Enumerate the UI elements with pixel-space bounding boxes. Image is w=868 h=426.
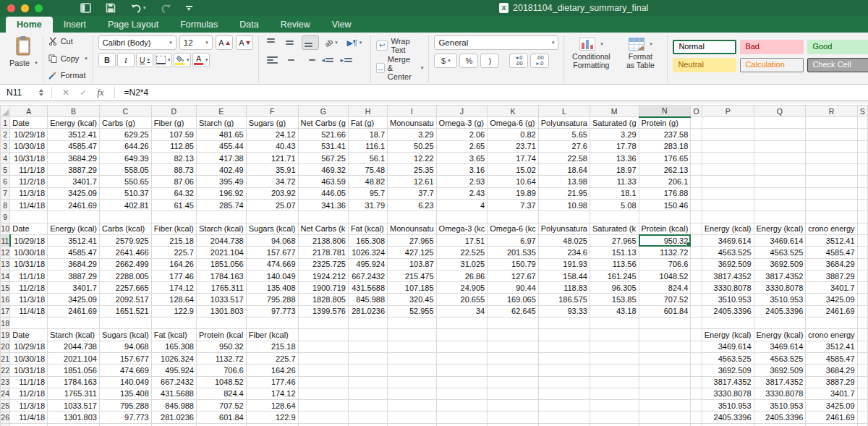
cell-B3[interactable]: 4585.47 <box>48 140 100 152</box>
cell-F8[interactable]: 25.07 <box>246 200 298 211</box>
cell-S9[interactable] <box>857 211 867 223</box>
cell-O2[interactable] <box>691 129 702 140</box>
cell-F10[interactable]: Sugars (kcal) <box>246 223 298 234</box>
cell-Q7[interactable] <box>754 187 806 199</box>
cell-J21[interactable] <box>436 352 488 364</box>
cell-O20[interactable] <box>691 341 702 352</box>
cell-N11[interactable]: 950.32 <box>639 234 691 246</box>
decrease-decimal-button[interactable]: .00▸.0 <box>530 54 549 68</box>
cell-E23[interactable]: 1048.52 <box>196 376 246 388</box>
cell-C26[interactable]: 97.773 <box>99 412 151 423</box>
row-header-16[interactable]: 16 <box>1 294 10 305</box>
cell-L18[interactable] <box>538 318 590 329</box>
cell-F1[interactable]: Sugars (g) <box>246 117 298 129</box>
column-header-L[interactable]: L <box>538 106 590 117</box>
cell-O14[interactable] <box>691 270 702 281</box>
cell-L6[interactable]: 13.98 <box>538 176 590 187</box>
row-header-24[interactable]: 24 <box>1 388 10 399</box>
cell-E5[interactable]: 402.49 <box>196 164 246 176</box>
cell-H14[interactable]: 667.2432 <box>348 270 387 281</box>
cell-E24[interactable]: 824.4 <box>196 388 246 399</box>
cell-style-good[interactable]: Good <box>807 40 868 54</box>
cell-P15[interactable]: 3330.8078 <box>702 282 754 294</box>
cell-L14[interactable]: 158.44 <box>538 270 590 281</box>
cell-E19[interactable]: Protein (kcal <box>196 329 246 341</box>
cell-S18[interactable] <box>857 318 867 329</box>
comma-format-button[interactable]: ) <box>480 54 499 68</box>
paste-clipboard-icon[interactable] <box>14 35 32 59</box>
cell-M21[interactable] <box>590 352 639 364</box>
cell-B5[interactable]: 3887.29 <box>48 164 100 176</box>
cell-B14[interactable]: 3887.29 <box>48 270 100 281</box>
cell-N6[interactable]: 206.1 <box>639 176 691 187</box>
cell-P8[interactable] <box>702 200 754 211</box>
cell-J9[interactable] <box>436 211 488 223</box>
cell-S6[interactable] <box>857 176 867 187</box>
cell-J11[interactable]: 17.51 <box>436 234 488 246</box>
format-painter-button[interactable]: Format <box>48 71 88 80</box>
cell-A1[interactable]: Date <box>10 117 48 129</box>
cell-S27[interactable] <box>857 423 867 426</box>
cell-A19[interactable]: Date <box>10 329 48 341</box>
cell-Q20[interactable]: 3469.614 <box>754 341 806 352</box>
cell-Q15[interactable]: 3330.8078 <box>754 282 806 294</box>
cell-E14[interactable]: 1784.163 <box>196 270 246 281</box>
cell-D26[interactable]: 281.0236 <box>151 412 196 423</box>
cell-F7[interactable]: 203.92 <box>246 187 298 199</box>
cell-A17[interactable]: 11/4/18 <box>10 305 48 317</box>
cell-P7[interactable] <box>702 187 754 199</box>
cell-Q27[interactable] <box>754 423 806 426</box>
cell-I11[interactable]: 27.965 <box>388 234 437 246</box>
cell-G20[interactable] <box>298 341 348 352</box>
cell-L3[interactable]: 27.6 <box>538 140 590 152</box>
cell-L8[interactable]: 10.98 <box>538 200 590 211</box>
cell-J23[interactable] <box>436 376 488 388</box>
cell-O26[interactable] <box>691 412 702 423</box>
row-header-3[interactable]: 3 <box>1 140 10 152</box>
cell-M1[interactable]: Saturated (g <box>590 117 639 129</box>
row-header-23[interactable]: 23 <box>1 376 10 388</box>
font-family-dropdown[interactable]: Calibri (Body)▾ <box>98 35 176 50</box>
formula-text[interactable]: =N2*4 <box>124 88 149 98</box>
cell-S25[interactable] <box>857 400 867 412</box>
cell-R12[interactable]: 4585.47 <box>806 247 857 258</box>
cell-C20[interactable]: 94.068 <box>99 341 151 352</box>
cell-G22[interactable] <box>298 365 348 376</box>
cell-H3[interactable]: 116.1 <box>348 140 387 152</box>
cell-O4[interactable] <box>691 152 702 163</box>
cell-F27[interactable] <box>246 423 298 426</box>
cell-M12[interactable]: 151.13 <box>590 247 639 258</box>
cell-L2[interactable]: 5.65 <box>538 129 590 140</box>
cancel-entry-icon[interactable]: ✕ <box>62 88 69 98</box>
cell-M6[interactable]: 11.33 <box>590 176 639 187</box>
cell-R16[interactable]: 3425.09 <box>806 294 857 305</box>
cell-H25[interactable] <box>348 400 387 412</box>
cell-H27[interactable] <box>348 423 387 426</box>
cell-E1[interactable]: Starch (g) <box>196 117 246 129</box>
format-as-table-button[interactable]: ▾ Format as Table <box>618 38 662 69</box>
cell-B17[interactable]: 2461.69 <box>48 305 100 317</box>
cell-Q21[interactable]: 4563.525 <box>754 352 806 364</box>
cell-R4[interactable] <box>806 152 857 163</box>
cell-B20[interactable]: 2044.738 <box>48 341 100 352</box>
cell-S8[interactable] <box>857 200 867 211</box>
cell-C8[interactable]: 402.81 <box>99 200 151 211</box>
cell-C4[interactable]: 649.39 <box>99 152 151 163</box>
cell-M13[interactable]: 113.56 <box>590 258 639 270</box>
cell-C3[interactable]: 644.26 <box>99 140 151 152</box>
cell-E9[interactable] <box>196 211 246 223</box>
column-header-C[interactable]: C <box>99 106 151 117</box>
column-header-B[interactable]: B <box>48 106 100 117</box>
cell-L15[interactable]: 118.83 <box>538 282 590 294</box>
cell-K16[interactable]: 169.065 <box>488 294 539 305</box>
cell-N18[interactable] <box>639 318 691 329</box>
cell-Q2[interactable] <box>754 129 806 140</box>
cell-S21[interactable] <box>857 352 867 364</box>
cell-Q22[interactable]: 3692.509 <box>754 365 806 376</box>
cell-R19[interactable]: crono energy <box>806 329 857 341</box>
cell-C14[interactable]: 2288.005 <box>99 270 151 281</box>
cell-N8[interactable]: 150.46 <box>639 200 691 211</box>
cell-D9[interactable] <box>151 211 196 223</box>
cell-I24[interactable] <box>388 388 437 399</box>
cell-C11[interactable]: 2579.925 <box>99 234 151 246</box>
